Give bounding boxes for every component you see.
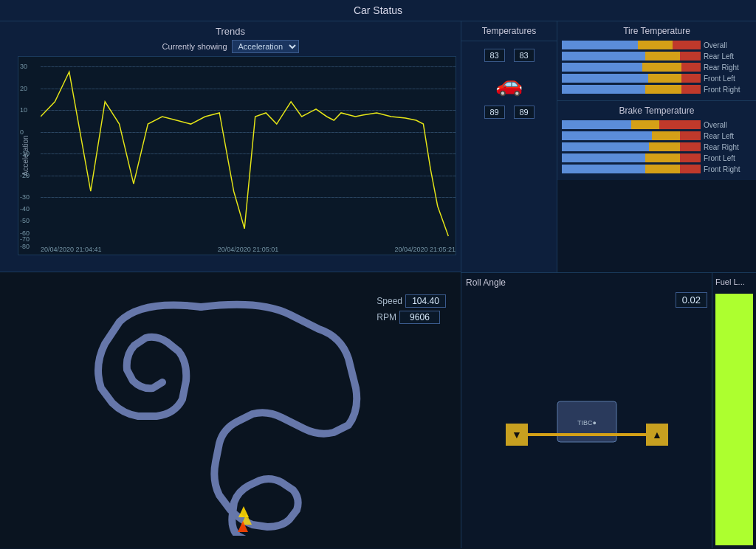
- temperatures-title: Temperatures: [461, 21, 557, 41]
- page-title: Car Status: [0, 0, 756, 21]
- tire-front-right-label: Front Right: [704, 86, 752, 94]
- brake-rear-right-bar: [562, 142, 701, 151]
- currently-showing-label: Currently showing: [162, 42, 227, 51]
- brake-front-right-bar: [562, 165, 701, 173]
- tire-front-left-bar: [562, 74, 701, 83]
- car-icon: 🚗: [495, 71, 523, 97]
- tire-rear-left-row: Rear Left: [562, 52, 752, 61]
- y-label-neg40: -40: [20, 205, 30, 213]
- speed-rpm-overlay: Speed 104.40 RPM 9606: [377, 294, 446, 324]
- brake-temp-title: Brake Temperature: [562, 106, 752, 116]
- y-label-neg50: -50: [20, 217, 30, 224]
- y-label-30: 30: [20, 63, 27, 70]
- tire-overall-bar: [562, 41, 701, 49]
- speed-row: Speed 104.40: [377, 294, 446, 308]
- rpm-value: 9606: [399, 311, 440, 324]
- tire-front-left-row: Front Left: [562, 74, 752, 83]
- rear-temps: 89 89: [484, 106, 535, 119]
- x-label-1: 20/04/2020 21:04:41: [41, 246, 102, 253]
- svg-text:▼: ▼: [512, 429, 522, 441]
- tire-front-right-row: Front Right: [562, 85, 752, 94]
- brake-rear-left-bar: [562, 131, 701, 140]
- trends-title: Trends: [4, 26, 456, 37]
- brake-rear-left-label: Rear Left: [704, 132, 752, 140]
- rpm-label: RPM: [377, 312, 396, 322]
- chart-svg: [41, 57, 456, 240]
- roll-angle-title: Roll Angle: [466, 277, 707, 288]
- tire-front-left-label: Front Left: [704, 75, 752, 83]
- fuel-section: Fuel L...: [712, 273, 756, 548]
- y-label-10: 10: [20, 106, 27, 114]
- tire-brake-section: Tire Temperature Overall: [557, 21, 756, 272]
- tire-rear-right-row: Rear Right: [562, 63, 752, 72]
- x-label-2: 20/04/2020 21:05:01: [218, 246, 279, 253]
- tire-front-right-bar: [562, 85, 701, 94]
- speed-value: 104.40: [405, 294, 446, 308]
- brake-rear-left-row: Rear Left: [562, 131, 752, 140]
- svg-text:▲: ▲: [652, 429, 662, 441]
- x-label-3: 20/04/2020 21:05:21: [394, 246, 456, 253]
- rear-right-temp: 89: [514, 106, 535, 119]
- temperatures-panel: Temperatures 83 83 🚗 89: [461, 21, 557, 272]
- tire-overall-row: Overall: [562, 41, 752, 49]
- rear-left-temp: 89: [484, 106, 505, 119]
- y-label-0: 0: [20, 128, 24, 136]
- brake-overall-row: Overall: [562, 120, 752, 129]
- tire-temp-title: Tire Temperature: [562, 26, 752, 36]
- brake-front-left-label: Front Left: [704, 154, 752, 162]
- brake-front-right-label: Front Right: [704, 165, 752, 173]
- chart-area: Acceleration 30 20 10 0 -10 -20 -30 -40 …: [18, 56, 456, 255]
- x-axis-labels: 20/04/2020 21:04:41 20/04/2020 21:05:01 …: [41, 246, 456, 253]
- brake-temp-block: Brake Temperature Overall: [557, 101, 756, 180]
- track-section: Speed 104.40 RPM 9606: [0, 272, 461, 548]
- y-label-neg30: -30: [20, 193, 30, 201]
- roll-angle-section: Roll Angle 0.02 ▼ ▲: [461, 273, 712, 548]
- y-label-20: 20: [20, 85, 27, 92]
- metric-selector[interactable]: Acceleration Speed RPM Throttle Brake: [232, 40, 299, 53]
- y-label-neg80: -80: [20, 243, 30, 250]
- brake-rear-right-row: Rear Right: [562, 142, 752, 151]
- speed-label: Speed: [377, 296, 402, 306]
- brake-front-left-bar: [562, 153, 701, 162]
- tire-rear-right-label: Rear Right: [704, 63, 752, 72]
- trends-controls: Currently showing Acceleration Speed RPM…: [4, 40, 456, 53]
- brake-front-right-row: Front Right: [562, 165, 752, 173]
- temp-car-diagram: 83 83 🚗 89 89: [461, 41, 557, 126]
- brake-front-left-row: Front Left: [562, 153, 752, 162]
- rpm-row: RPM 9606: [377, 311, 446, 324]
- brake-rear-right-label: Rear Right: [704, 143, 752, 151]
- fuel-title: Fuel L...: [712, 273, 756, 291]
- brake-overall-label: Overall: [704, 121, 752, 129]
- front-temps: 83 83: [484, 49, 535, 62]
- brake-overall-bar: [562, 120, 701, 129]
- roll-diagram-svg: ▼ ▲ TIBC●: [495, 387, 679, 475]
- svg-text:TIBC●: TIBC●: [577, 419, 597, 427]
- y-label-neg20: -20: [20, 172, 30, 179]
- tire-temp-block: Tire Temperature Overall: [557, 21, 756, 101]
- y-label-neg70: -70: [20, 235, 30, 243]
- track-svg: [53, 285, 408, 536]
- tire-rear-right-bar: [562, 63, 701, 72]
- y-label-neg10: -10: [20, 150, 30, 157]
- trends-panel: Trends Currently showing Acceleration Sp…: [0, 21, 461, 272]
- roll-diagram: ▼ ▲ TIBC●: [466, 318, 707, 544]
- front-right-temp: 83: [514, 49, 535, 62]
- tire-rear-left-label: Rear Left: [704, 52, 752, 61]
- tire-overall-label: Overall: [704, 41, 752, 49]
- roll-angle-value: 0.02: [676, 292, 707, 308]
- front-left-temp: 83: [484, 49, 505, 62]
- tire-rear-left-bar: [562, 52, 701, 61]
- fuel-bar: [715, 294, 753, 545]
